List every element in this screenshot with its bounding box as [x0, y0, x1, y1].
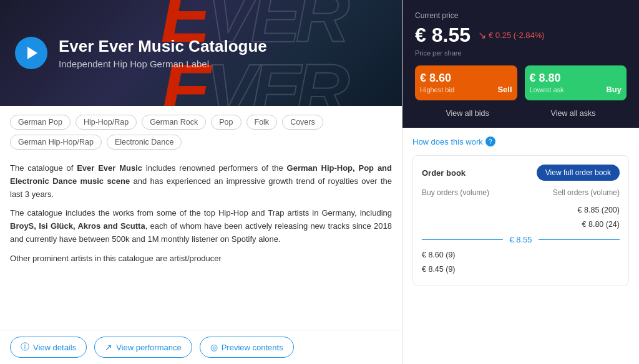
highest-bid-label: Highest bid	[420, 86, 454, 93]
mid-price-value: € 8.55	[503, 235, 538, 244]
lowest-ask-label: Lowest ask	[530, 86, 564, 93]
right-panel: Current price € 8.55 ↘ € 0.25 (-2.84%) P…	[402, 0, 639, 364]
content-section: The catalogue of Ever Ever Music include…	[0, 155, 402, 330]
tag-german-hiphop[interactable]: German Hip-Hop/Rap	[10, 135, 102, 150]
price-panel: Current price € 8.55 ↘ € 0.25 (-2.84%) P…	[402, 0, 639, 128]
description-para1: The catalogue of Ever Ever Music include…	[10, 162, 392, 201]
eye-icon: ◎	[210, 342, 218, 352]
lower-right: How does this work ? Order book View ful…	[402, 128, 639, 364]
view-details-button[interactable]: ⓘ View details	[10, 337, 87, 358]
hero-info: Ever Ever Music Catalogue Independent Hi…	[59, 37, 267, 69]
play-button[interactable]	[15, 37, 47, 69]
sell-orders-col-label: Sell orders (volume)	[553, 188, 620, 197]
buy-order-item-1: € 8.60 (9)	[422, 248, 620, 262]
sell-order-item-1: € 8.85 (200)	[422, 203, 620, 218]
description-para3: Other prominent artists in this catalogu…	[10, 252, 392, 266]
tag-covers[interactable]: Covers	[282, 115, 323, 130]
price-per-share-label: Price per share	[415, 49, 627, 57]
tag-german-rock[interactable]: German Rock	[142, 115, 206, 130]
current-price-label: Current price	[415, 11, 627, 20]
ask-price: € 8.80	[530, 72, 561, 85]
price-change: ↘ € 0.25 (-2.84%)	[478, 29, 545, 41]
order-book-columns: Buy orders (volume) Sell orders (volume)	[422, 188, 620, 197]
bottom-buttons: ⓘ View details ↗ View performance ◎ Prev…	[0, 330, 402, 364]
tags-section: German Pop Hip-Hop/Rap German Rock Pop F…	[0, 106, 402, 155]
order-book-header: Order book View full order book	[422, 165, 620, 181]
tag-hiphop-rap[interactable]: Hip-Hop/Rap	[76, 115, 137, 130]
description-para2: The catalogue includes the works from so…	[10, 207, 392, 246]
sell-bid-button[interactable]: € 8.60 Highest bid Sell	[415, 65, 517, 100]
divider-line-left	[422, 239, 503, 240]
sell-order-item-2: € 8.80 (24)	[422, 218, 620, 232]
mid-price-divider: € 8.55	[422, 235, 620, 244]
buy-order-item-2: € 8.45 (9)	[422, 262, 620, 277]
tag-pop[interactable]: Pop	[211, 115, 241, 130]
order-book-container: Order book View full order book Buy orde…	[412, 155, 629, 285]
preview-contents-button[interactable]: ◎ Preview contents	[200, 337, 294, 358]
price-row: € 8.55 ↘ € 0.25 (-2.84%)	[415, 24, 627, 47]
order-book-title: Order book	[422, 168, 466, 178]
buy-orders-list: € 8.60 (9) € 8.45 (9)	[422, 248, 620, 276]
hero-title: Ever Ever Music Catalogue	[59, 37, 267, 56]
bid-ask-row: € 8.60 Highest bid Sell € 8.80 Lowest as…	[415, 65, 627, 100]
main-container: EVER EVER Ever Ever Music Catalogue Inde…	[0, 0, 639, 364]
divider-line-right	[539, 239, 620, 240]
sell-orders-list: € 8.85 (200) € 8.80 (24)	[422, 203, 620, 231]
help-icon: ?	[485, 136, 495, 146]
how-does-this-work-link[interactable]: How does this work ?	[412, 136, 629, 146]
tag-german-pop[interactable]: German Pop	[10, 115, 71, 130]
play-icon	[27, 47, 37, 59]
chart-icon: ↗	[105, 342, 112, 352]
hero-section: EVER EVER Ever Ever Music Catalogue Inde…	[0, 0, 402, 106]
sell-action-label: Sell	[497, 85, 512, 94]
view-all-bids-link[interactable]: View all bids	[446, 109, 489, 118]
down-arrow-icon: ↘	[478, 29, 486, 41]
view-links-row: View all bids View all asks	[415, 109, 627, 118]
order-book-data: € 8.85 (200) € 8.80 (24) € 8.55 € 8.60 (…	[422, 203, 620, 276]
hero-subtitle: Independent Hip Hop German Label	[59, 59, 267, 69]
tag-folk[interactable]: Folk	[246, 115, 278, 130]
view-full-order-book-button[interactable]: View full order book	[537, 165, 620, 181]
tag-electronic-dance[interactable]: Electronic Dance	[107, 135, 182, 150]
info-icon: ⓘ	[21, 342, 29, 353]
buy-action-label: Buy	[606, 85, 622, 94]
left-panel: EVER EVER Ever Ever Music Catalogue Inde…	[0, 0, 402, 364]
view-all-asks-link[interactable]: View all asks	[551, 109, 596, 118]
current-price-value: € 8.55	[415, 24, 471, 47]
view-performance-button[interactable]: ↗ View performance	[94, 337, 192, 358]
bid-price: € 8.60	[420, 72, 451, 85]
buy-ask-button[interactable]: € 8.80 Lowest ask Buy	[525, 65, 627, 100]
buy-orders-col-label: Buy orders (volume)	[422, 188, 489, 197]
